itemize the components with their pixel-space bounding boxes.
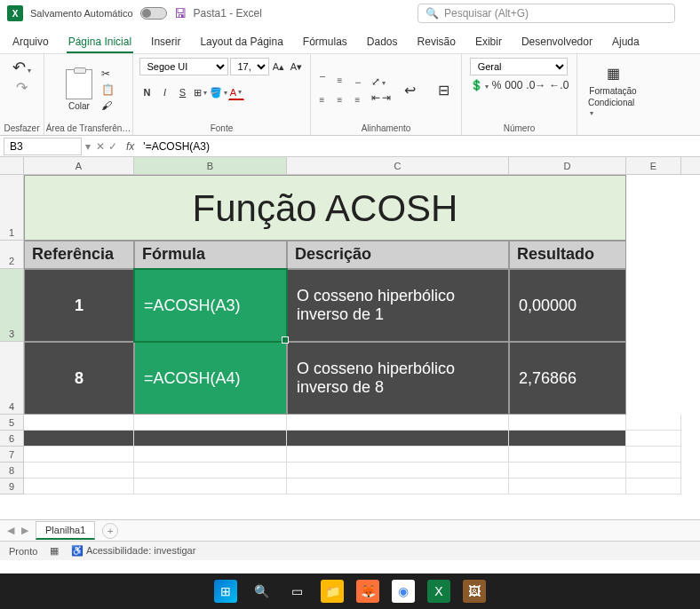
row-header-7[interactable]: 7 xyxy=(0,447,24,463)
percent-icon[interactable]: % xyxy=(492,79,502,91)
col-header-e[interactable]: E xyxy=(626,157,681,174)
cancel-formula-icon[interactable]: ✕ xyxy=(96,140,105,153)
cell[interactable] xyxy=(134,431,287,447)
sheet-nav-next-icon[interactable]: ▶ xyxy=(21,525,28,536)
increase-indent-icon[interactable]: ⇥ xyxy=(382,91,391,104)
app-icon[interactable]: 🖼 xyxy=(463,580,486,603)
font-name-select[interactable]: Segoe UI xyxy=(139,58,228,75)
cell[interactable] xyxy=(509,431,626,447)
decrease-indent-icon[interactable]: ⇤ xyxy=(371,91,380,104)
format-painter-icon[interactable]: 🖌 xyxy=(101,99,115,112)
bold-button[interactable]: N xyxy=(139,84,155,100)
tab-pagina-inicial[interactable]: Página Inicial xyxy=(67,32,133,53)
cell[interactable] xyxy=(134,478,287,494)
font-color-button[interactable]: A▾ xyxy=(228,84,244,100)
row-header-2[interactable]: 2 xyxy=(0,241,24,269)
cell[interactable] xyxy=(287,478,509,494)
row-header-3[interactable]: 3 xyxy=(0,269,24,342)
tab-dados[interactable]: Dados xyxy=(365,32,400,53)
cut-icon[interactable]: ✂ xyxy=(101,67,115,80)
explorer-icon[interactable]: 📁 xyxy=(321,580,344,603)
orientation-icon[interactable]: ⤢▾ xyxy=(371,75,391,88)
copy-icon[interactable]: 📋 xyxy=(101,83,115,96)
taskbar-search-icon[interactable]: 🔍 xyxy=(250,580,273,603)
header-resultado[interactable]: Resultado xyxy=(509,241,626,269)
decrease-decimal-icon[interactable]: ←.0 xyxy=(549,79,569,91)
align-center-icon[interactable]: ≡ xyxy=(332,91,348,107)
cell-d3[interactable]: 0,00000 xyxy=(509,269,626,342)
cell[interactable] xyxy=(24,478,134,494)
add-sheet-button[interactable]: + xyxy=(102,523,118,539)
cell[interactable] xyxy=(626,463,681,478)
formula-input[interactable] xyxy=(138,138,700,154)
cell[interactable] xyxy=(287,463,509,478)
increase-decimal-icon[interactable]: .0→ xyxy=(526,79,545,91)
start-icon[interactable]: ⊞ xyxy=(214,580,237,603)
firefox-icon[interactable]: 🦊 xyxy=(356,580,379,603)
cell[interactable] xyxy=(626,478,681,494)
conditional-format-button[interactable]: ▦ Formatação Condicional ▾ xyxy=(585,61,641,119)
increase-font-icon[interactable]: A▴ xyxy=(271,59,287,75)
cell-b3[interactable]: =ACOSH(A3) xyxy=(134,269,287,342)
task-view-icon[interactable]: ▭ xyxy=(285,580,308,603)
cell[interactable] xyxy=(626,431,681,447)
cell[interactable] xyxy=(134,463,287,478)
cell[interactable] xyxy=(24,431,134,447)
name-box[interactable] xyxy=(4,138,82,155)
row-header-8[interactable]: 8 xyxy=(0,463,24,478)
cell[interactable] xyxy=(509,478,626,494)
header-referencia[interactable]: Referência xyxy=(24,241,134,269)
col-header-d[interactable]: D xyxy=(509,157,626,174)
undo-button[interactable]: ↶▾ xyxy=(12,58,31,77)
row-header-4[interactable]: 4 xyxy=(0,342,24,415)
tab-formulas[interactable]: Fórmulas xyxy=(301,32,349,53)
italic-button[interactable]: I xyxy=(157,84,173,100)
accessibility-status[interactable]: ♿ Acessibilidade: investigar xyxy=(71,545,195,557)
cell[interactable] xyxy=(509,415,626,431)
cell-a3[interactable]: 1 xyxy=(24,269,134,342)
align-right-icon[interactable]: ≡ xyxy=(350,91,366,107)
macro-icon[interactable]: ▦ xyxy=(50,545,59,557)
tab-exibir[interactable]: Exibir xyxy=(473,32,504,53)
excel-taskbar-icon[interactable]: X xyxy=(427,580,450,603)
row-header-6[interactable]: 6 xyxy=(0,431,24,447)
cell-title[interactable]: Função ACOSH xyxy=(24,175,626,241)
cell[interactable] xyxy=(287,431,509,447)
cell[interactable] xyxy=(509,463,626,478)
tab-arquivo[interactable]: Arquivo xyxy=(11,32,51,53)
select-all-corner[interactable] xyxy=(0,157,24,174)
underline-button[interactable]: S xyxy=(175,84,191,100)
tab-inserir[interactable]: Inserir xyxy=(149,32,182,53)
row-header-1[interactable]: 1 xyxy=(0,175,24,241)
align-top-icon[interactable]: ⎺ xyxy=(314,72,330,88)
paste-button[interactable]: Colar xyxy=(62,67,96,113)
align-middle-icon[interactable]: ≡ xyxy=(332,72,348,88)
search-box[interactable]: 🔍 Pesquisar (Alt+G) xyxy=(418,4,675,23)
tab-layout[interactable]: Layout da Página xyxy=(198,32,284,53)
cell-c3[interactable]: O cosseno hiperbólico inverso de 1 xyxy=(287,269,509,342)
cell[interactable] xyxy=(626,415,681,431)
cell-c4[interactable]: O cosseno hiperbólico inverso de 8 xyxy=(287,342,509,415)
number-format-select[interactable]: Geral xyxy=(470,58,568,75)
accept-formula-icon[interactable]: ✓ xyxy=(108,140,117,153)
tab-revisao[interactable]: Revisão xyxy=(416,32,457,53)
col-header-b[interactable]: B xyxy=(134,157,287,174)
currency-icon[interactable]: 💲▾ xyxy=(470,79,489,91)
font-size-select[interactable]: 17,5 xyxy=(230,58,269,75)
col-header-c[interactable]: C xyxy=(287,157,509,174)
redo-button[interactable]: ↷ xyxy=(16,79,28,96)
autosave-toggle[interactable] xyxy=(140,7,167,20)
header-formula[interactable]: Fórmula xyxy=(134,241,287,269)
cell[interactable] xyxy=(287,447,509,463)
row-header-5[interactable]: 5 xyxy=(0,415,24,431)
borders-button[interactable]: ⊞▾ xyxy=(193,84,209,100)
cell[interactable] xyxy=(134,415,287,431)
align-left-icon[interactable]: ≡ xyxy=(314,91,330,107)
cell-a4[interactable]: 8 xyxy=(24,342,134,415)
wrap-text-button[interactable]: ↩ xyxy=(396,77,425,102)
sheet-tab-planilha1[interactable]: Planilha1 xyxy=(36,521,95,540)
cell-b4[interactable]: =ACOSH(A4) xyxy=(134,342,287,415)
decrease-font-icon[interactable]: A▾ xyxy=(289,59,305,75)
merge-button[interactable]: ⊟ xyxy=(430,77,458,102)
row-header-9[interactable]: 9 xyxy=(0,478,24,494)
